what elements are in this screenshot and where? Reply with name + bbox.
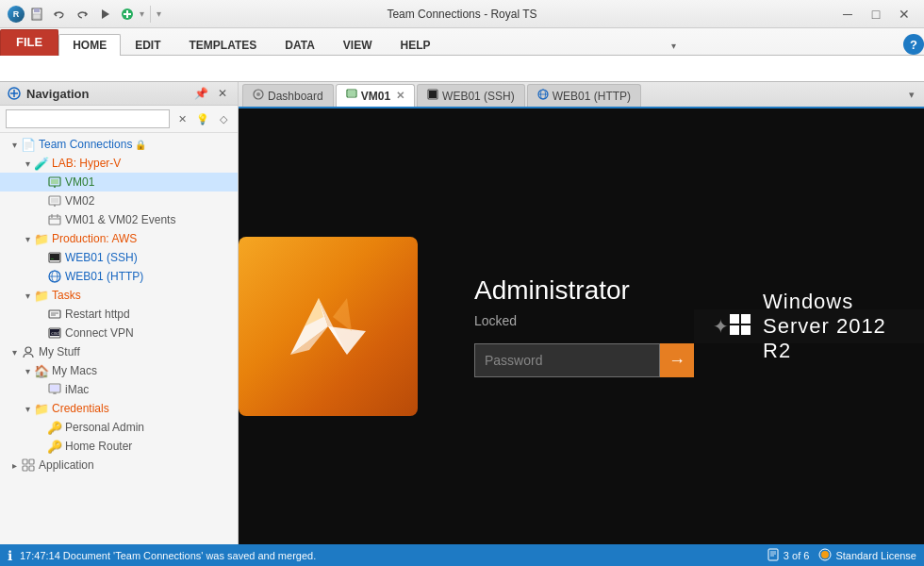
expand-team-connections[interactable]: ▾ [8, 138, 21, 151]
svg-point-12 [54, 186, 56, 188]
tab-edit[interactable]: EDIT [121, 34, 174, 56]
window-title: Team Connections - Royal TS [387, 8, 536, 21]
nav-title: Navigation [8, 87, 89, 101]
tree-item-vm01[interactable]: ▸ VM01 [0, 173, 238, 191]
svg-point-42 [256, 92, 260, 96]
ribbon-content [0, 55, 924, 81]
expand-production[interactable]: ▾ [21, 232, 34, 245]
help-button[interactable]: ? [903, 34, 924, 55]
dashboard-tab-label: Dashboard [268, 90, 323, 103]
svg-rect-37 [23, 459, 27, 464]
expand-application[interactable]: ▸ [8, 458, 21, 472]
tab-vm01[interactable]: VM01 ✕ [336, 84, 415, 107]
tree-item-application[interactable]: ▸ Application [0, 456, 238, 474]
svg-rect-59 [741, 325, 751, 335]
tree-item-my-macs[interactable]: ▾ 🏠 My Macs [0, 361, 238, 380]
nav-pin-button[interactable]: 📌 [191, 86, 211, 101]
svg-text:_: _ [50, 254, 54, 259]
svg-rect-44 [348, 91, 355, 96]
tab-file[interactable]: FILE [0, 29, 58, 56]
svg-rect-46 [429, 91, 437, 98]
tree-item-restart-httpd[interactable]: ▸ Restart httpd [0, 305, 238, 324]
vm01-tab-label: VM01 [361, 90, 390, 103]
redo-button[interactable] [72, 4, 92, 25]
status-message: 17:47:14 Document 'Team Connections' was… [20, 550, 759, 561]
search-clear-button[interactable]: ✕ [173, 110, 190, 127]
vm-green-icon [47, 175, 62, 190]
search-bulb-button[interactable]: 💡 [194, 110, 211, 127]
tree-item-tasks[interactable]: ▾ 📁 Tasks [0, 286, 238, 305]
svg-marker-52 [328, 326, 366, 355]
svg-rect-16 [49, 216, 60, 225]
search-options-button[interactable]: ◇ [215, 110, 232, 127]
add-button[interactable] [117, 4, 138, 25]
tab-data[interactable]: DATA [271, 34, 329, 56]
license-text: Standard License [835, 550, 916, 561]
login-username: Administrator [474, 275, 694, 306]
search-input[interactable] [6, 109, 170, 128]
windows-icon [729, 313, 751, 341]
status-right: 3 of 6 Standard License [767, 548, 916, 563]
svg-rect-58 [730, 325, 739, 335]
vm-content: Administrator Locked → ✦ [239, 108, 924, 544]
tree-item-my-stuff[interactable]: ▾ My Stuff [0, 342, 238, 361]
expand-my-stuff[interactable]: ▾ [8, 345, 21, 358]
expand-lab-hyperv[interactable]: ▾ [21, 157, 34, 170]
coin-icon [818, 548, 832, 563]
tab-chevron[interactable]: ▾ [903, 85, 920, 105]
expand-my-macs[interactable]: ▾ [21, 364, 34, 377]
tree-item-home-router[interactable]: ▸ 🔑 Home Router [0, 437, 238, 456]
tree-item-web01-ssh[interactable]: ▸ _ WEB01 (SSH) [0, 248, 238, 267]
tab-dashboard[interactable]: Dashboard [242, 84, 334, 107]
key-home-icon: 🔑 [47, 439, 62, 454]
svg-marker-3 [102, 9, 109, 19]
tree-item-events[interactable]: ▸ VM01 & VM02 Events [0, 210, 238, 229]
save-button[interactable] [26, 4, 47, 25]
tree-item-personal-admin[interactable]: ▸ 🔑 Personal Admin [0, 418, 238, 437]
tab-bar: Dashboard VM01 ✕ WEB01 (SSH) [239, 82, 924, 108]
tab-web01-http[interactable]: WEB01 (HTTP) [527, 84, 641, 107]
expand-credentials[interactable]: ▾ [21, 402, 34, 415]
play-button[interactable] [94, 4, 115, 25]
main-area: Navigation 📌 ✕ ✕ 💡 ◇ ▾ 📄 Team Connection… [0, 82, 924, 544]
page-count-badge: 3 of 6 [767, 548, 810, 563]
tree-item-credentials[interactable]: ▾ 📁 Credentials [0, 399, 238, 418]
tab-view[interactable]: VIEW [329, 34, 387, 56]
maximize-button[interactable]: □ [864, 5, 888, 24]
tree-item-lab-hyperv[interactable]: ▾ 🧪 LAB: Hyper-V [0, 154, 238, 173]
tab-templates[interactable]: TEMPLATES [175, 34, 272, 56]
tree-item-production-aws[interactable]: ▾ 📁 Production: AWS [0, 229, 238, 248]
http-icon [47, 269, 62, 284]
password-submit-button[interactable]: → [660, 343, 694, 377]
undo-button[interactable] [49, 4, 70, 25]
events-icon [47, 212, 62, 227]
login-area: Administrator Locked → [239, 108, 694, 544]
password-input[interactable] [474, 343, 660, 377]
tree-item-connect-vpn[interactable]: ▸ cmd Connect VPN [0, 324, 238, 342]
vm-bottom-bar: ✦ Windows Server 2012 R2 [694, 309, 924, 343]
tab-home[interactable]: HOME [58, 34, 121, 56]
close-button[interactable]: ✕ [892, 5, 916, 24]
tree-item-vm02[interactable]: ▸ VM02 [0, 191, 238, 210]
vm01-tab-close[interactable]: ✕ [396, 90, 404, 102]
tab-web01-ssh[interactable]: WEB01 (SSH) [417, 84, 525, 107]
navigation-panel: Navigation 📌 ✕ ✕ 💡 ◇ ▾ 📄 Team Connection… [0, 82, 239, 544]
tree-item-web01-http[interactable]: ▸ WEB01 (HTTP) [0, 267, 238, 286]
dashboard-tab-icon [253, 89, 264, 103]
expand-tasks[interactable]: ▾ [21, 289, 34, 302]
ribbon: FILE HOME EDIT TEMPLATES DATA VIEW HELP … [0, 28, 924, 82]
svg-rect-57 [741, 314, 751, 324]
license-badge: Standard License [818, 548, 916, 563]
tab-help[interactable]: HELP [387, 34, 445, 56]
nav-close-button[interactable]: ✕ [215, 86, 230, 101]
tree-item-imac[interactable]: ▸ iMac [0, 380, 238, 399]
svg-rect-38 [29, 459, 34, 464]
minimize-button[interactable]: ─ [835, 5, 860, 24]
ribbon-chevron[interactable]: ▾ [668, 37, 680, 55]
navigation-tree: ▾ 📄 Team Connections 🔒 ▾ 🧪 LAB: Hyper-V … [0, 133, 238, 544]
web01-ssh-tab-icon [427, 89, 438, 103]
login-status: Locked [474, 313, 694, 328]
task-icon [47, 307, 62, 322]
login-form: Administrator Locked → [474, 275, 694, 377]
tree-item-team-connections[interactable]: ▾ 📄 Team Connections 🔒 [0, 135, 238, 154]
